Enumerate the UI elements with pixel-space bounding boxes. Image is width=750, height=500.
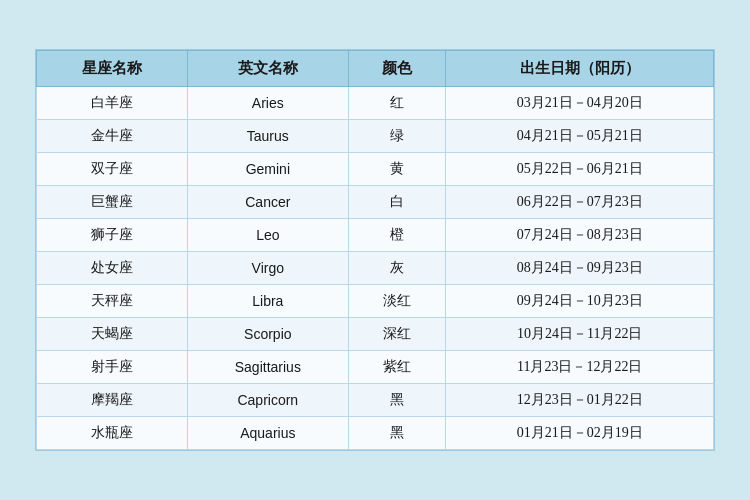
cell-chinese-name: 巨蟹座 [37, 186, 188, 219]
cell-color: 灰 [349, 252, 446, 285]
cell-chinese-name: 狮子座 [37, 219, 188, 252]
table-row: 处女座Virgo灰08月24日－09月23日 [37, 252, 714, 285]
cell-color: 深红 [349, 318, 446, 351]
zodiac-table-container: 星座名称 英文名称 颜色 出生日期（阳历） 白羊座Aries红03月21日－04… [35, 49, 715, 451]
table-row: 摩羯座Capricorn黑12月23日－01月22日 [37, 384, 714, 417]
cell-chinese-name: 射手座 [37, 351, 188, 384]
table-row: 白羊座Aries红03月21日－04月20日 [37, 87, 714, 120]
cell-chinese-name: 天蝎座 [37, 318, 188, 351]
cell-chinese-name: 天秤座 [37, 285, 188, 318]
cell-english-name: Aquarius [187, 417, 348, 450]
cell-dates: 05月22日－06月21日 [446, 153, 714, 186]
cell-chinese-name: 处女座 [37, 252, 188, 285]
table-row: 金牛座Taurus绿04月21日－05月21日 [37, 120, 714, 153]
cell-dates: 08月24日－09月23日 [446, 252, 714, 285]
cell-color: 橙 [349, 219, 446, 252]
cell-english-name: Gemini [187, 153, 348, 186]
cell-color: 黑 [349, 384, 446, 417]
cell-dates: 07月24日－08月23日 [446, 219, 714, 252]
cell-chinese-name: 金牛座 [37, 120, 188, 153]
cell-english-name: Taurus [187, 120, 348, 153]
cell-chinese-name: 水瓶座 [37, 417, 188, 450]
table-row: 双子座Gemini黄05月22日－06月21日 [37, 153, 714, 186]
header-english-name: 英文名称 [187, 51, 348, 87]
cell-dates: 04月21日－05月21日 [446, 120, 714, 153]
header-chinese-name: 星座名称 [37, 51, 188, 87]
table-header-row: 星座名称 英文名称 颜色 出生日期（阳历） [37, 51, 714, 87]
cell-dates: 11月23日－12月22日 [446, 351, 714, 384]
cell-dates: 01月21日－02月19日 [446, 417, 714, 450]
cell-english-name: Aries [187, 87, 348, 120]
cell-dates: 12月23日－01月22日 [446, 384, 714, 417]
cell-english-name: Capricorn [187, 384, 348, 417]
table-body: 白羊座Aries红03月21日－04月20日金牛座Taurus绿04月21日－0… [37, 87, 714, 450]
table-row: 巨蟹座Cancer白06月22日－07月23日 [37, 186, 714, 219]
cell-english-name: Leo [187, 219, 348, 252]
cell-chinese-name: 白羊座 [37, 87, 188, 120]
cell-dates: 03月21日－04月20日 [446, 87, 714, 120]
cell-color: 黑 [349, 417, 446, 450]
table-row: 射手座Sagittarius紫红11月23日－12月22日 [37, 351, 714, 384]
zodiac-table: 星座名称 英文名称 颜色 出生日期（阳历） 白羊座Aries红03月21日－04… [36, 50, 714, 450]
cell-color: 紫红 [349, 351, 446, 384]
table-row: 水瓶座Aquarius黑01月21日－02月19日 [37, 417, 714, 450]
header-color: 颜色 [349, 51, 446, 87]
cell-english-name: Virgo [187, 252, 348, 285]
table-row: 天蝎座Scorpio深红10月24日－11月22日 [37, 318, 714, 351]
table-row: 狮子座Leo橙07月24日－08月23日 [37, 219, 714, 252]
cell-english-name: Libra [187, 285, 348, 318]
cell-english-name: Scorpio [187, 318, 348, 351]
cell-english-name: Cancer [187, 186, 348, 219]
cell-color: 黄 [349, 153, 446, 186]
table-row: 天秤座Libra淡红09月24日－10月23日 [37, 285, 714, 318]
cell-chinese-name: 摩羯座 [37, 384, 188, 417]
cell-color: 白 [349, 186, 446, 219]
cell-color: 绿 [349, 120, 446, 153]
cell-dates: 09月24日－10月23日 [446, 285, 714, 318]
cell-color: 淡红 [349, 285, 446, 318]
cell-color: 红 [349, 87, 446, 120]
header-dates: 出生日期（阳历） [446, 51, 714, 87]
cell-english-name: Sagittarius [187, 351, 348, 384]
cell-dates: 06月22日－07月23日 [446, 186, 714, 219]
cell-dates: 10月24日－11月22日 [446, 318, 714, 351]
cell-chinese-name: 双子座 [37, 153, 188, 186]
